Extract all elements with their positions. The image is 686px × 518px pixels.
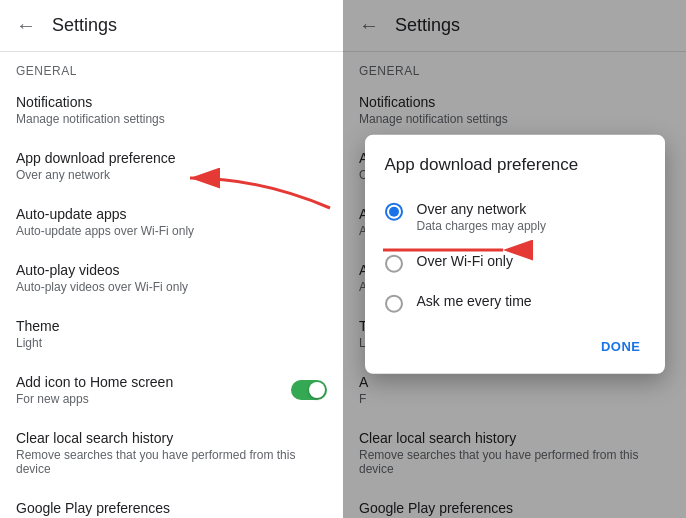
left-play-prefs[interactable]: Google Play preferences Remove history i… xyxy=(0,488,343,518)
radio-wifi-only xyxy=(385,255,403,273)
radio-wifi-only-label: Over Wi-Fi only xyxy=(417,253,645,269)
left-header-title: Settings xyxy=(52,15,117,36)
dialog-title: App download preference xyxy=(365,155,665,191)
option-ask-every-time[interactable]: Ask me every time xyxy=(365,283,665,323)
app-download-dialog: App download preference Over any network… xyxy=(365,135,665,374)
left-panel: ← Settings General Notifications Manage … xyxy=(0,0,343,518)
radio-any-network-label: Over any network Data charges may apply xyxy=(417,201,645,233)
left-home-screen[interactable]: Add icon to Home screen For new apps xyxy=(0,362,343,418)
option-wifi-only[interactable]: Over Wi-Fi only xyxy=(365,243,665,283)
left-section-general: General xyxy=(0,52,343,82)
option-any-network[interactable]: Over any network Data charges may apply xyxy=(365,191,665,243)
radio-ask xyxy=(385,295,403,313)
left-theme[interactable]: Theme Light xyxy=(0,306,343,362)
right-panel: ← Settings General Notifications Manage … xyxy=(343,0,686,518)
home-screen-toggle[interactable] xyxy=(291,380,327,400)
dialog-actions: DONE xyxy=(365,323,665,362)
left-header: ← Settings xyxy=(0,0,343,52)
left-auto-update[interactable]: Auto-update apps Auto-update apps over W… xyxy=(0,194,343,250)
left-clear-history[interactable]: Clear local search history Remove search… xyxy=(0,418,343,488)
left-notifications[interactable]: Notifications Manage notification settin… xyxy=(0,82,343,138)
radio-any-network xyxy=(385,203,403,221)
done-button[interactable]: DONE xyxy=(589,331,653,362)
radio-ask-label: Ask me every time xyxy=(417,293,645,309)
left-auto-play[interactable]: Auto-play videos Auto-play videos over W… xyxy=(0,250,343,306)
back-icon[interactable]: ← xyxy=(16,14,36,37)
left-app-download[interactable]: App download preference Over any network xyxy=(0,138,343,194)
